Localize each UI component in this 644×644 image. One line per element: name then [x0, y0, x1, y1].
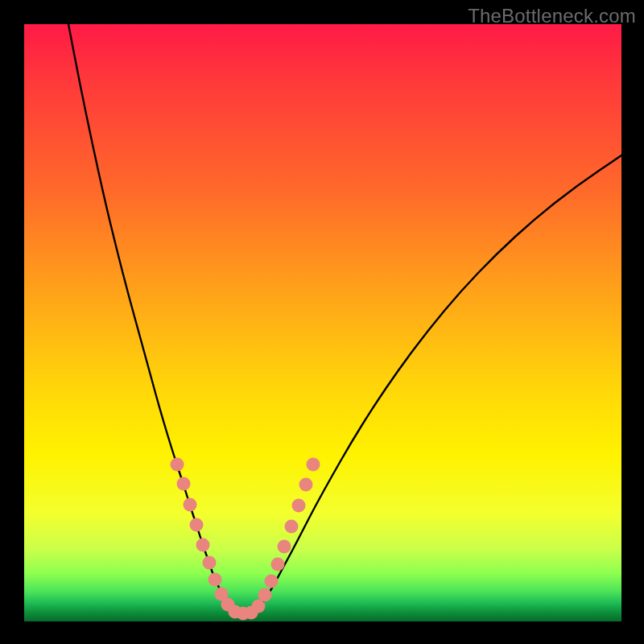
chart-svg	[24, 24, 621, 621]
data-marker	[196, 539, 210, 552]
data-marker	[208, 573, 222, 587]
data-marker	[285, 520, 299, 534]
data-marker	[184, 498, 197, 512]
data-marker	[278, 540, 291, 554]
curve-layer	[68, 24, 621, 613]
watermark-text: TheBottleneck.com	[468, 5, 636, 27]
curve-right-branch	[256, 155, 621, 611]
chart-frame: TheBottleneck.com	[0, 0, 644, 644]
data-marker	[258, 588, 272, 602]
plot-area	[24, 24, 621, 621]
data-marker	[271, 558, 285, 572]
data-marker	[307, 458, 320, 472]
data-marker	[299, 478, 313, 492]
data-marker	[292, 499, 306, 513]
data-marker	[171, 458, 184, 472]
data-marker	[203, 556, 217, 570]
data-marker	[190, 518, 204, 532]
curve-left-branch	[68, 24, 232, 609]
data-marker	[265, 575, 279, 588]
data-marker	[177, 477, 191, 491]
